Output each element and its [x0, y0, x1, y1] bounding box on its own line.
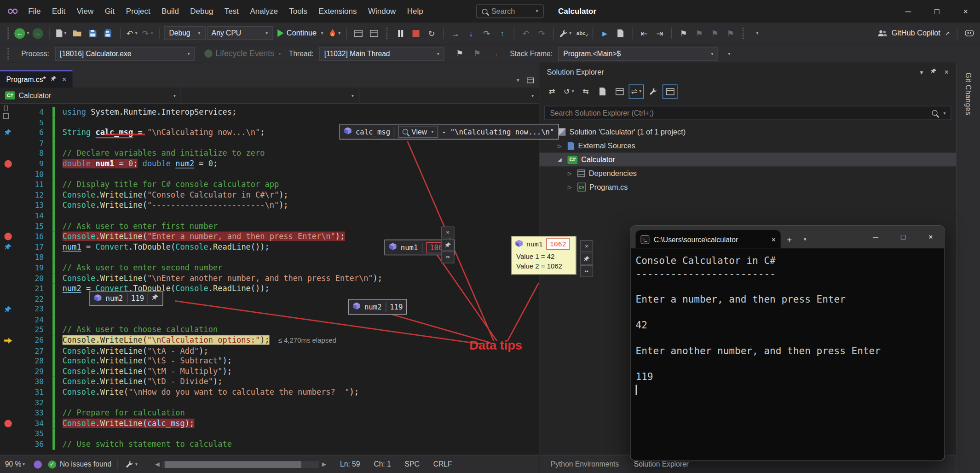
hot-reload-button[interactable]: ▾ — [328, 26, 342, 41]
undo-button[interactable]: ↶▾ — [125, 26, 139, 41]
menu-debug[interactable]: Debug — [184, 0, 219, 23]
github-copilot-button[interactable]: GitHub Copilot ↗ — [875, 26, 952, 41]
code-line[interactable]: // Ask user to enter second number — [55, 263, 223, 273]
menu-git[interactable]: Git — [99, 0, 120, 23]
decrease-indent-button[interactable]: ⇤ — [637, 26, 651, 41]
process-dropdown[interactable]: [18016] Calculator.exe▾ — [55, 47, 195, 60]
terminal-close-button[interactable]: × — [917, 226, 945, 248]
project-dropdown[interactable]: C# Calculator ▾ — [0, 88, 181, 103]
tree-item-external-sources[interactable]: ▷External Sources — [539, 139, 956, 153]
terminal-tab[interactable]: ›_ C:\Users\source\calculator × — [636, 230, 781, 248]
code-line[interactable]: Console.WriteLine(calc_msg); — [55, 419, 195, 429]
code-line[interactable] — [55, 315, 63, 325]
solution-configuration-dropdown[interactable]: Debug▾ — [164, 26, 206, 40]
close-panel-icon[interactable]: × — [945, 68, 949, 76]
toolbar-grip[interactable] — [386, 28, 388, 39]
line-indicator[interactable]: Ln: 59 — [340, 461, 360, 468]
save-button[interactable] — [85, 26, 99, 41]
code-line[interactable]: Console.Write("\nHow do you want to calc… — [55, 387, 359, 398]
expander-icon[interactable]: ▷ — [565, 170, 574, 176]
toolbar-grip[interactable] — [7, 28, 9, 39]
view-code-button[interactable] — [595, 84, 610, 99]
properties-button[interactable] — [646, 84, 661, 99]
menu-test[interactable]: Test — [219, 0, 245, 23]
datatip-num2-hover[interactable]: num2 119 — [348, 299, 407, 315]
breakpoint-icon[interactable] — [0, 419, 16, 429]
save-all-button[interactable] — [101, 26, 115, 41]
code-line[interactable]: double num1 = 0; double num2 = 0; — [55, 159, 218, 169]
menu-view[interactable]: View — [71, 0, 99, 23]
copilot-chat-button[interactable] — [962, 26, 976, 41]
perf-tip[interactable]: ≤ 4,270ms elapsed — [278, 337, 336, 344]
switch-views-button[interactable]: ⇆ — [578, 84, 594, 99]
zoom-level-dropdown[interactable]: 90 % — [5, 461, 22, 468]
code-line[interactable] — [55, 429, 63, 439]
code-line[interactable] — [55, 397, 63, 408]
code-line[interactable]: // Declare variables and initialize to z… — [55, 148, 265, 159]
show-all-files-button[interactable] — [663, 84, 678, 99]
stop-debugging-button[interactable] — [409, 26, 423, 41]
terminal-tab-dropdown-button[interactable]: ▾ — [798, 230, 812, 248]
previous-bookmark-button[interactable]: ⚑ — [692, 26, 706, 41]
close-tab-icon[interactable]: × — [62, 75, 67, 84]
code-line[interactable]: Console.WriteLine("\tS - Subtract"); — [55, 356, 232, 367]
next-bookmark-button[interactable]: ⚑ — [708, 26, 722, 41]
menu-tools[interactable]: Tools — [283, 0, 313, 23]
preview-selected-items-button[interactable] — [612, 84, 627, 99]
code-line[interactable] — [55, 117, 63, 128]
solution-search-box[interactable]: Search Solution Explorer (Ctrl+;) ▾ — [544, 106, 951, 120]
code-line[interactable]: Console.WriteLine("\tM - Multiply"); — [55, 367, 232, 377]
pin-tab-icon[interactable] — [51, 76, 57, 83]
space-mode-indicator[interactable]: SPC — [405, 461, 420, 468]
datatip-calc-msg[interactable]: calc_msg View ▾ - "\nCalculating now...\… — [340, 124, 559, 140]
issues-status[interactable]: No issues found — [60, 461, 111, 468]
search-box[interactable]: Search ▾ — [476, 5, 544, 18]
menu-analyze[interactable]: Analyze — [244, 0, 283, 23]
track-active-item-button[interactable]: ⇌▾ — [629, 84, 644, 99]
menu-extensions[interactable]: Extensions — [313, 0, 363, 23]
code-line[interactable] — [55, 169, 63, 180]
pinned-datatip-icon[interactable] — [0, 242, 16, 252]
minimize-button[interactable]: ─ — [894, 0, 922, 23]
terminal-title-bar[interactable]: ›_ C:\Users\source\calculator × + ▾ ─ □ … — [631, 226, 945, 248]
thread-dropdown[interactable]: [11032] Main Thread▾ — [319, 47, 444, 60]
pinned-datatip-note-num1[interactable]: num1 1062 Value 1 = 42Value 2 = 1062 — [511, 236, 576, 274]
code-line[interactable]: // Use switch statement to calculate — [55, 439, 232, 450]
code-window-button[interactable] — [352, 26, 366, 41]
sync-with-active-document-button[interactable]: ⇄ — [544, 84, 559, 99]
solution-platform-dropdown[interactable]: Any CPU▾ — [207, 26, 273, 40]
code-line[interactable] — [55, 138, 63, 149]
pinned-datatip-num2[interactable]: num2 119 — [89, 291, 163, 306]
menu-file[interactable]: File — [23, 0, 46, 23]
breakpoint-icon[interactable] — [0, 232, 16, 242]
code-line[interactable]: Console.WriteLine("\tD - Divide"); — [55, 377, 223, 387]
restart-button[interactable]: ↻ — [424, 26, 438, 41]
maximize-button[interactable]: □ — [922, 0, 951, 23]
code-line[interactable] — [55, 252, 63, 263]
code-cleanup-button[interactable]: ▾ — [558, 26, 572, 41]
open-file-button[interactable] — [69, 26, 84, 41]
note-lines[interactable]: Value 1 = 42Value 2 = 1062 — [512, 251, 576, 274]
breakpoint-icon[interactable] — [0, 159, 16, 169]
expander-icon[interactable]: ▷ — [565, 184, 574, 190]
format-document-button[interactable]: ► — [598, 26, 612, 41]
terminal-maximize-button[interactable]: □ — [889, 226, 917, 248]
tree-item-program-cs[interactable]: ▷C#Program.cs — [539, 180, 956, 194]
code-line[interactable]: using System.Runtime.InteropServices; — [55, 107, 237, 117]
toolbar-grip[interactable] — [743, 28, 744, 39]
collapse-comments-button[interactable]: ▴▴ — [580, 265, 594, 277]
split-window-button[interactable] — [367, 26, 381, 41]
visual-studio-logo-icon[interactable] — [5, 5, 20, 18]
unpin-datatip-icon[interactable] — [152, 294, 159, 303]
show-next-statement-button[interactable]: → — [448, 26, 462, 41]
menu-window[interactable]: Window — [363, 0, 402, 23]
line-ending-indicator[interactable]: CRLF — [433, 461, 452, 468]
code-line[interactable] — [55, 294, 63, 304]
panel-tab-python-environments[interactable]: Python Environments — [544, 455, 625, 473]
redo-navigation-icon[interactable]: ↷ — [535, 26, 549, 41]
pin-datatip-button[interactable] — [441, 239, 455, 251]
menu-help[interactable]: Help — [402, 0, 429, 23]
stack-frame-dropdown[interactable]: Program.<Main>$▾ — [558, 47, 718, 60]
close-button[interactable]: × — [951, 0, 980, 23]
menu-edit[interactable]: Edit — [46, 0, 71, 23]
